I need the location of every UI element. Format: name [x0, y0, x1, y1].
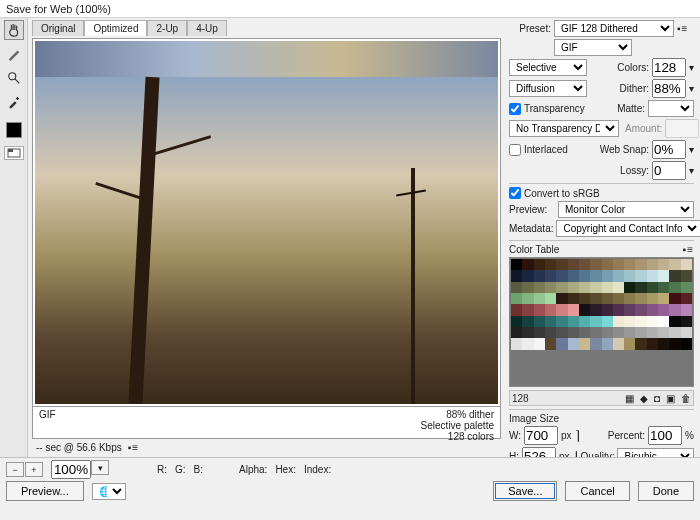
color-swatch[interactable]	[579, 316, 590, 327]
color-swatch[interactable]	[511, 270, 522, 281]
color-swatch[interactable]	[681, 316, 692, 327]
color-swatch[interactable]	[647, 259, 658, 270]
color-swatch[interactable]	[624, 338, 635, 349]
color-swatch[interactable]	[613, 304, 624, 315]
color-swatch[interactable]	[681, 259, 692, 270]
connection-speed-menu-icon[interactable]: ▪≡	[128, 442, 139, 453]
color-swatch[interactable]	[534, 293, 545, 304]
color-swatch[interactable]	[534, 338, 545, 349]
zoom-tool[interactable]	[4, 68, 24, 88]
color-swatch[interactable]	[534, 259, 545, 270]
height-input[interactable]	[522, 447, 556, 457]
color-swatch[interactable]	[635, 327, 646, 338]
tab-optimized[interactable]: Optimized	[84, 20, 147, 36]
color-swatch[interactable]	[624, 316, 635, 327]
color-swatch[interactable]	[511, 338, 522, 349]
color-swatch[interactable]	[590, 327, 601, 338]
color-swatch[interactable]	[635, 338, 646, 349]
color-swatch[interactable]	[579, 304, 590, 315]
color-swatch[interactable]	[522, 327, 533, 338]
color-swatch[interactable]	[522, 304, 533, 315]
eyedropper-tool[interactable]	[4, 92, 24, 112]
color-swatch[interactable]	[545, 270, 556, 281]
color-swatch[interactable]	[669, 338, 680, 349]
color-swatch[interactable]	[635, 282, 646, 293]
color-swatch[interactable]	[635, 270, 646, 281]
color-swatch[interactable]	[602, 316, 613, 327]
color-swatch[interactable]	[624, 293, 635, 304]
lossy-stepper-icon[interactable]: ▾	[689, 165, 694, 176]
color-swatch[interactable]	[681, 304, 692, 315]
color-swatch[interactable]	[613, 259, 624, 270]
color-swatch[interactable]	[534, 316, 545, 327]
metadata-select[interactable]: Copyright and Contact Info	[556, 220, 700, 237]
matte-select[interactable]	[648, 100, 694, 117]
zoom-out-button[interactable]: −	[6, 462, 24, 477]
color-swatch[interactable]	[568, 316, 579, 327]
convert-srgb-checkbox[interactable]	[509, 187, 521, 199]
slice-tool[interactable]	[4, 44, 24, 64]
lossy-input[interactable]	[652, 161, 686, 180]
color-swatch[interactable]	[658, 282, 669, 293]
slice-visibility-toggle[interactable]	[4, 146, 24, 160]
color-swatch[interactable]	[658, 259, 669, 270]
preset-select[interactable]: GIF 128 Dithered	[554, 20, 674, 37]
color-swatch[interactable]	[613, 316, 624, 327]
color-swatch[interactable]	[568, 338, 579, 349]
color-swatch[interactable]	[658, 338, 669, 349]
color-swatch[interactable]	[556, 304, 567, 315]
color-swatch[interactable]	[602, 282, 613, 293]
websnap-input[interactable]	[652, 140, 686, 159]
color-swatch[interactable]	[635, 293, 646, 304]
color-swatch[interactable]	[602, 304, 613, 315]
color-swatch[interactable]	[556, 327, 567, 338]
color-swatch[interactable]	[624, 282, 635, 293]
color-swatch[interactable]	[624, 259, 635, 270]
color-swatch[interactable]	[602, 327, 613, 338]
color-swatch[interactable]	[635, 259, 646, 270]
color-swatch[interactable]	[658, 270, 669, 281]
colors-input[interactable]	[652, 58, 686, 77]
color-swatch[interactable]	[522, 282, 533, 293]
color-swatch[interactable]	[545, 327, 556, 338]
zoom-stepper-icon[interactable]: ▾	[91, 460, 109, 475]
color-swatch[interactable]	[522, 316, 533, 327]
color-swatch[interactable]	[534, 282, 545, 293]
trash-icon[interactable]: 🗑	[681, 393, 691, 404]
color-swatch[interactable]	[545, 293, 556, 304]
color-swatch[interactable]	[534, 327, 545, 338]
color-swatch[interactable]	[545, 316, 556, 327]
color-swatch[interactable]	[568, 304, 579, 315]
color-swatch[interactable]	[579, 293, 590, 304]
color-swatch[interactable]	[534, 304, 545, 315]
color-swatch[interactable]	[602, 270, 613, 281]
preview-profile-select[interactable]: Monitor Color	[558, 201, 694, 218]
quality-select[interactable]: Bicubic	[617, 448, 694, 457]
color-swatch[interactable]	[613, 282, 624, 293]
color-swatch[interactable]	[568, 327, 579, 338]
new-color-icon[interactable]: ▣	[666, 393, 675, 404]
browser-preview-select[interactable]: 🌐	[92, 483, 126, 500]
color-swatch[interactable]	[681, 338, 692, 349]
tab-4up[interactable]: 4-Up	[187, 20, 227, 36]
color-swatch[interactable]	[624, 304, 635, 315]
color-swatch[interactable]	[647, 270, 658, 281]
color-swatch[interactable]	[579, 327, 590, 338]
tab-original[interactable]: Original	[32, 20, 84, 36]
color-swatch[interactable]	[511, 259, 522, 270]
lock-color-icon[interactable]: ◆	[640, 393, 648, 404]
color-swatch[interactable]	[522, 259, 533, 270]
trans-dither-select[interactable]: No Transparency Dither	[509, 120, 619, 137]
color-swatch[interactable]	[579, 259, 590, 270]
color-swatch[interactable]	[602, 293, 613, 304]
color-swatch[interactable]	[545, 338, 556, 349]
color-swatch[interactable]	[647, 304, 658, 315]
color-swatch[interactable]	[669, 316, 680, 327]
zoom-in-button[interactable]: +	[25, 462, 43, 477]
hand-tool[interactable]	[4, 20, 24, 40]
color-swatch[interactable]	[658, 327, 669, 338]
color-swatch[interactable]	[624, 327, 635, 338]
color-swatch[interactable]	[590, 316, 601, 327]
color-swatch[interactable]	[613, 293, 624, 304]
color-swatch[interactable]	[669, 304, 680, 315]
